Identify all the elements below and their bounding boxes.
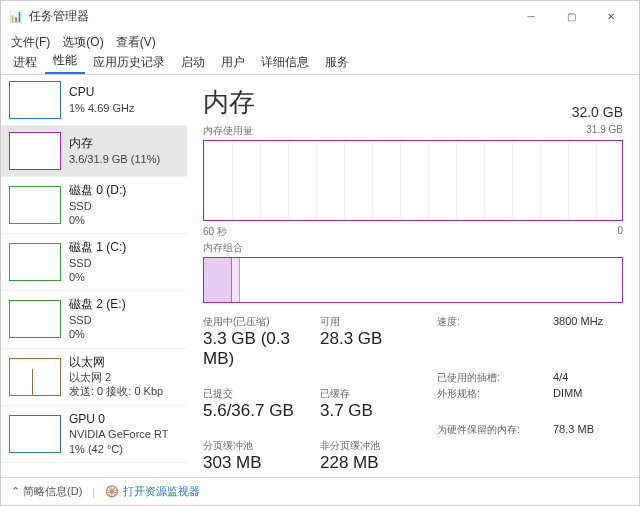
sidebar-sub2: 1% (42 °C) — [69, 442, 168, 456]
x-axis-right: 0 — [617, 225, 623, 239]
stat-in-use: 3.3 GB (0.3 MB) — [203, 329, 314, 369]
sidebar-sub2: 0% — [69, 213, 126, 227]
open-resource-monitor-link[interactable]: 🛞 打开资源监视器 — [105, 484, 200, 499]
stat-label: 可用 — [320, 315, 431, 329]
tab-history[interactable]: 应用历史记录 — [85, 51, 173, 74]
stat-nonpaged: 228 MB — [320, 453, 431, 473]
sidebar-item-disk2[interactable]: 磁盘 2 (E:) SSD 0% — [1, 291, 187, 348]
disk-thumb-icon — [9, 186, 61, 224]
stat-label: 使用中(已压缩) — [203, 315, 314, 329]
stat-hw-reserved: 78.3 MB — [553, 423, 623, 437]
page-title: 内存 — [203, 85, 255, 120]
fewer-details-toggle[interactable]: ⌃ 简略信息(D) — [11, 484, 82, 499]
usage-axis-label: 内存使用量 — [203, 124, 253, 138]
sidebar-item-disk0[interactable]: 磁盘 0 (D:) SSD 0% — [1, 177, 187, 234]
memory-usage-chart — [203, 140, 623, 221]
title-bar: 📊 任务管理器 ─ ▢ ✕ — [1, 1, 639, 31]
tab-startup[interactable]: 启动 — [173, 51, 213, 74]
disk-thumb-icon — [9, 243, 61, 281]
sidebar-label: 以太网 — [69, 355, 163, 371]
stat-label: 非分页缓冲池 — [320, 439, 431, 453]
stat-paged: 303 MB — [203, 453, 314, 473]
performance-sidebar: CPU 1% 4.69 GHz 内存 3.6/31.9 GB (11%) 磁盘 … — [1, 75, 187, 477]
sidebar-sub2: 0% — [69, 270, 126, 284]
stat-label: 分页缓冲池 — [203, 439, 314, 453]
stats-grid: 使用中(已压缩) 3.3 GB (0.3 MB) 可用 28.3 GB 速度: … — [203, 315, 623, 473]
sidebar-sub: 以太网 2 — [69, 370, 163, 384]
sidebar-sub: SSD — [69, 256, 126, 270]
memory-composition-chart — [203, 257, 623, 303]
sidebar-item-cpu[interactable]: CPU 1% 4.69 GHz — [1, 75, 187, 126]
sidebar-label: 磁盘 1 (C:) — [69, 240, 126, 256]
window-title: 任务管理器 — [29, 8, 511, 25]
sidebar-sub2: 发送: 0 接收: 0 Kbp — [69, 384, 163, 398]
tab-users[interactable]: 用户 — [213, 51, 253, 74]
menu-file[interactable]: 文件(F) — [11, 34, 50, 51]
minimize-button[interactable]: ─ — [511, 1, 551, 31]
total-memory: 32.0 GB — [572, 104, 623, 120]
sidebar-label: CPU — [69, 85, 134, 101]
maximize-button[interactable]: ▢ — [551, 1, 591, 31]
stat-label: 已缓存 — [320, 387, 431, 401]
sidebar-item-ethernet[interactable]: 以太网 以太网 2 发送: 0 接收: 0 Kbp — [1, 349, 187, 406]
composition-label: 内存组合 — [203, 241, 243, 255]
stat-label: 速度: — [437, 315, 547, 369]
usage-axis-max: 31.9 GB — [586, 124, 623, 138]
sidebar-label: 磁盘 0 (D:) — [69, 183, 126, 199]
menu-options[interactable]: 选项(O) — [62, 34, 103, 51]
sidebar-sub: SSD — [69, 199, 126, 213]
memory-thumb-icon — [9, 132, 61, 170]
x-axis-left: 60 秒 — [203, 225, 227, 239]
app-icon: 📊 — [9, 10, 23, 23]
stat-label: 已使用的插槽: — [437, 371, 547, 385]
stat-slots: 4/4 — [553, 371, 623, 385]
sidebar-sub: 3.6/31.9 GB (11%) — [69, 152, 160, 166]
sidebar-label: GPU 0 — [69, 412, 168, 428]
sidebar-sub: NVIDIA GeForce RT — [69, 427, 168, 441]
stat-cached: 3.7 GB — [320, 401, 431, 421]
stat-speed: 3800 MHz — [553, 315, 623, 369]
sidebar-label: 磁盘 2 (E:) — [69, 297, 126, 313]
sidebar-sub: 1% 4.69 GHz — [69, 101, 134, 115]
stat-available: 28.3 GB — [320, 329, 431, 349]
sidebar-sub2: 0% — [69, 327, 126, 341]
close-button[interactable]: ✕ — [591, 1, 631, 31]
sidebar-sub: SSD — [69, 313, 126, 327]
sidebar-item-memory[interactable]: 内存 3.6/31.9 GB (11%) — [1, 126, 187, 177]
tab-bar: 进程 性能 应用历史记录 启动 用户 详细信息 服务 — [1, 53, 639, 75]
tab-processes[interactable]: 进程 — [5, 51, 45, 74]
tab-performance[interactable]: 性能 — [45, 49, 85, 74]
menu-view[interactable]: 查看(V) — [116, 34, 156, 51]
disk-thumb-icon — [9, 300, 61, 338]
tab-services[interactable]: 服务 — [317, 51, 357, 74]
stat-form: DIMM — [553, 387, 623, 421]
sidebar-item-gpu0[interactable]: GPU 0 NVIDIA GeForce RT 1% (42 °C) — [1, 406, 187, 463]
tab-details[interactable]: 详细信息 — [253, 51, 317, 74]
stat-committed: 5.6/36.7 GB — [203, 401, 314, 421]
stat-label: 外形规格: — [437, 387, 547, 421]
menu-bar: 文件(F) 选项(O) 查看(V) — [1, 31, 639, 53]
sidebar-label: 内存 — [69, 136, 160, 152]
sidebar-item-disk1[interactable]: 磁盘 1 (C:) SSD 0% — [1, 234, 187, 291]
stat-label: 为硬件保留的内存: — [437, 423, 547, 437]
cpu-thumb-icon — [9, 81, 61, 119]
status-bar: ⌃ 简略信息(D) | 🛞 打开资源监视器 — [1, 477, 639, 505]
ethernet-thumb-icon — [9, 358, 61, 396]
stat-label: 已提交 — [203, 387, 314, 401]
main-panel: 内存 32.0 GB 内存使用量 31.9 GB 60 秒 0 内存组合 使用中… — [187, 75, 639, 477]
resmon-icon: 🛞 — [105, 485, 119, 498]
gpu-thumb-icon — [9, 415, 61, 453]
